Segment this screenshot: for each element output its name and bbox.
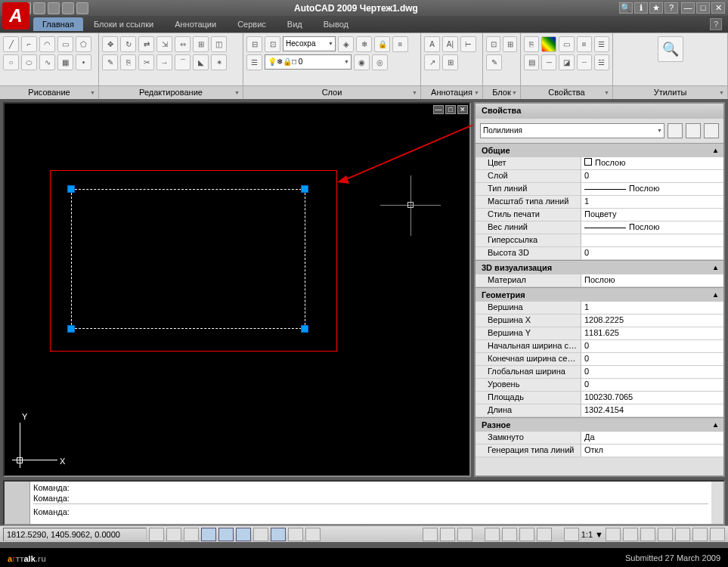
prop-value[interactable]: Послою: [581, 157, 723, 169]
minimize-icon[interactable]: —: [681, 2, 695, 14]
prop-row[interactable]: Площадь100230.7065: [476, 392, 723, 404]
cmd-lines[interactable]: Команда: Команда: Команда:: [30, 482, 711, 524]
doc-max-icon[interactable]: □: [445, 105, 456, 114]
otrack-icon[interactable]: [236, 528, 251, 541]
prop-row[interactable]: Уровень0: [476, 379, 723, 392]
prop-value[interactable]: 1: [581, 302, 723, 314]
pickadd-icon[interactable]: [686, 123, 701, 138]
palette-title[interactable]: Свойства: [476, 104, 723, 119]
leader-icon[interactable]: ↗: [424, 54, 440, 70]
grip-tr[interactable]: [301, 185, 308, 193]
prop-value[interactable]: 0: [581, 366, 723, 378]
prop-value[interactable]: 0: [581, 340, 723, 352]
layout-icon[interactable]: [440, 528, 455, 541]
prop-row[interactable]: Масштаб типа линий1: [476, 196, 723, 209]
prop-row[interactable]: Слой0: [476, 170, 723, 183]
qp-icon[interactable]: [305, 528, 321, 541]
toolbar-icon[interactable]: [658, 528, 673, 541]
osnap-icon[interactable]: [218, 528, 234, 541]
prop-value[interactable]: Послою: [581, 274, 723, 287]
scale-label[interactable]: 1:1 ▼: [581, 530, 603, 539]
prop-row[interactable]: Конечная ширина сегме...0: [476, 353, 723, 366]
cmd-scrollbar[interactable]: [711, 482, 723, 524]
drawing-canvas[interactable]: — □ ✕ Y X: [3, 102, 471, 477]
hw-icon[interactable]: [692, 528, 708, 541]
layerprop-icon[interactable]: ☰: [246, 54, 262, 70]
prop-value[interactable]: 0: [581, 353, 723, 365]
save-icon[interactable]: [33, 2, 45, 14]
prop-row[interactable]: Гиперссылка: [476, 234, 723, 247]
tab-service[interactable]: Сервис: [227, 17, 277, 31]
panel-title-props[interactable]: Свойства: [521, 85, 612, 99]
panel-title-modify[interactable]: Редактирование: [99, 85, 243, 99]
laycur-icon[interactable]: ◉: [354, 54, 370, 70]
copy-icon[interactable]: ⎘: [120, 54, 136, 70]
ws-icon[interactable]: [640, 528, 655, 541]
fillet-icon[interactable]: ⌒: [175, 54, 191, 70]
panel-title-draw[interactable]: Рисование: [0, 85, 98, 99]
prop-value[interactable]: 0: [581, 247, 723, 259]
create-icon[interactable]: ⊞: [503, 36, 517, 52]
search-icon[interactable]: 🔍: [619, 2, 633, 14]
trim-icon[interactable]: ✂: [138, 54, 154, 70]
cmd-input[interactable]: Команда:: [33, 507, 708, 517]
prop-value[interactable]: Послою: [581, 222, 723, 234]
prop-value[interactable]: Послою: [581, 183, 723, 195]
help-icon[interactable]: ?: [710, 18, 722, 30]
pline-icon[interactable]: ⌐: [21, 36, 37, 52]
clean-icon[interactable]: [710, 528, 725, 541]
laylock-icon[interactable]: 🔒: [374, 36, 390, 52]
layprev-icon[interactable]: ◈: [338, 36, 354, 52]
redo-icon[interactable]: [76, 2, 88, 14]
array-icon[interactable]: ⊞: [193, 36, 209, 52]
dim-icon[interactable]: ⊢: [460, 36, 476, 52]
point-icon[interactable]: •: [76, 54, 91, 70]
wheel-icon[interactable]: [519, 528, 534, 541]
doc-min-icon[interactable]: —: [433, 105, 444, 114]
category-misc[interactable]: Разное: [476, 417, 723, 432]
list2-icon[interactable]: ☱: [594, 54, 609, 70]
grip-bl[interactable]: [67, 325, 75, 333]
showmotion-icon[interactable]: [537, 528, 552, 541]
insert-icon[interactable]: ⊡: [486, 36, 500, 52]
prop-row[interactable]: Вершина X1208.2225: [476, 314, 723, 327]
explode-icon[interactable]: ✶: [211, 54, 227, 70]
star-icon[interactable]: ★: [649, 2, 663, 14]
category-geometry[interactable]: Геометрия: [476, 287, 723, 302]
prop-row[interactable]: МатериалПослою: [476, 274, 723, 287]
help-dd-icon[interactable]: ?: [664, 2, 678, 14]
layfreeze-icon[interactable]: ❄: [356, 36, 372, 52]
prop-value[interactable]: 100230.7065: [581, 392, 723, 404]
qvlayout-icon[interactable]: [457, 528, 472, 541]
panel-title-ann[interactable]: Аннотация: [421, 85, 482, 99]
prop-value[interactable]: 1: [581, 196, 723, 208]
selected-polyline[interactable]: [71, 189, 305, 329]
category-general[interactable]: Общие: [476, 143, 723, 157]
bylayer-icon[interactable]: ▭: [559, 36, 574, 52]
hatch-icon[interactable]: ▦: [57, 54, 73, 70]
polar-icon[interactable]: [201, 528, 216, 541]
props-icon[interactable]: ▤: [524, 54, 539, 70]
prop-row[interactable]: Генерация типа линийОткл: [476, 445, 723, 457]
move-icon[interactable]: ✥: [102, 36, 118, 52]
ellipse-icon[interactable]: ⬭: [21, 54, 37, 70]
laywalk-icon[interactable]: ◎: [372, 54, 388, 70]
table-icon[interactable]: ⊞: [442, 54, 458, 70]
quickselect-icon[interactable]: [668, 123, 683, 138]
annoauto-icon[interactable]: [623, 528, 638, 541]
blockedit-icon[interactable]: ✎: [486, 54, 502, 70]
prop-value[interactable]: 0: [581, 379, 723, 391]
grip-br[interactable]: [301, 325, 308, 333]
command-window[interactable]: Команда: Команда: Команда:: [3, 480, 725, 525]
grip-tl[interactable]: [67, 185, 75, 193]
tab-view[interactable]: Вид: [277, 17, 313, 31]
mtext-icon[interactable]: A|: [442, 36, 458, 52]
offset-icon[interactable]: ◫: [211, 36, 227, 52]
pan-icon[interactable]: [485, 528, 500, 541]
matchprop-icon[interactable]: ⎘: [524, 36, 539, 52]
lock-icon[interactable]: [675, 528, 690, 541]
polygon-icon[interactable]: ⬠: [76, 36, 91, 52]
prop-row[interactable]: Вершина1: [476, 302, 723, 314]
prop-row[interactable]: Длина1302.4154: [476, 404, 723, 417]
scale-icon[interactable]: ⇲: [156, 36, 172, 52]
